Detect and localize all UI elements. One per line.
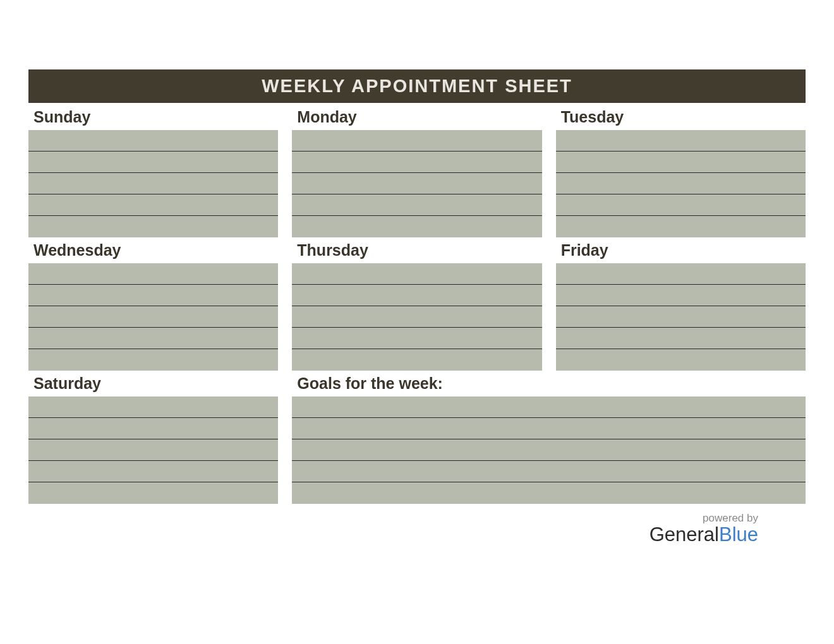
goals-label: Goals for the week: <box>292 371 806 397</box>
appointment-line[interactable] <box>28 349 278 371</box>
brand-part1: General <box>650 523 719 546</box>
appointment-line[interactable] <box>292 349 541 371</box>
appointment-line[interactable] <box>28 482 278 504</box>
appointment-line[interactable] <box>292 194 541 216</box>
appointment-line[interactable] <box>28 194 278 216</box>
lines-saturday <box>28 397 278 504</box>
brand-part2: Blue <box>719 523 758 546</box>
appointment-line[interactable] <box>28 263 278 285</box>
goal-line[interactable] <box>292 397 806 418</box>
appointment-line[interactable] <box>556 263 806 285</box>
goal-line[interactable] <box>292 418 806 439</box>
day-label-monday: Monday <box>292 104 541 130</box>
appointment-line[interactable] <box>28 216 278 237</box>
day-monday: Monday <box>292 104 541 237</box>
lines-monday <box>292 130 541 237</box>
lines-thursday <box>292 263 541 371</box>
sheet-title: WEEKLY APPOINTMENT SHEET <box>28 69 806 103</box>
lines-friday <box>556 263 806 371</box>
appointment-line[interactable] <box>556 328 806 349</box>
goals-block: Goals for the week: <box>292 371 806 504</box>
day-label-saturday: Saturday <box>28 371 278 397</box>
appointment-line[interactable] <box>28 461 278 482</box>
day-tuesday: Tuesday <box>556 104 806 237</box>
appointment-line[interactable] <box>556 194 806 216</box>
appointment-line[interactable] <box>28 328 278 349</box>
appointment-line[interactable] <box>292 130 541 152</box>
appointment-line[interactable] <box>28 306 278 328</box>
day-sunday: Sunday <box>28 104 278 237</box>
day-label-sunday: Sunday <box>28 104 278 130</box>
week-grid: Sunday Monday Tuesday <box>28 104 806 504</box>
goal-line[interactable] <box>292 439 806 461</box>
appointment-line[interactable] <box>556 152 806 173</box>
appointment-line[interactable] <box>292 216 541 237</box>
lines-wednesday <box>28 263 278 371</box>
appointment-line[interactable] <box>556 130 806 152</box>
day-label-friday: Friday <box>556 237 806 263</box>
day-friday: Friday <box>556 237 806 371</box>
appointment-sheet: WEEKLY APPOINTMENT SHEET Sunday Monday <box>28 69 806 504</box>
powered-by-text: powered by <box>650 512 758 525</box>
appointment-line[interactable] <box>292 328 541 349</box>
appointment-line[interactable] <box>556 349 806 371</box>
appointment-line[interactable] <box>28 418 278 439</box>
appointment-line[interactable] <box>292 152 541 173</box>
appointment-line[interactable] <box>292 306 541 328</box>
appointment-line[interactable] <box>292 285 541 306</box>
appointment-line[interactable] <box>28 152 278 173</box>
day-wednesday: Wednesday <box>28 237 278 371</box>
appointment-line[interactable] <box>556 173 806 194</box>
appointment-line[interactable] <box>28 397 278 418</box>
appointment-line[interactable] <box>292 263 541 285</box>
goal-line[interactable] <box>292 461 806 482</box>
appointment-line[interactable] <box>556 216 806 237</box>
day-saturday: Saturday <box>28 371 278 504</box>
day-label-thursday: Thursday <box>292 237 541 263</box>
appointment-line[interactable] <box>28 439 278 461</box>
lines-goals <box>292 397 806 504</box>
day-thursday: Thursday <box>292 237 541 371</box>
appointment-line[interactable] <box>28 173 278 194</box>
appointment-line[interactable] <box>556 285 806 306</box>
appointment-line[interactable] <box>28 285 278 306</box>
day-label-wednesday: Wednesday <box>28 237 278 263</box>
footer: powered by GeneralBlue <box>650 512 758 546</box>
appointment-line[interactable] <box>292 173 541 194</box>
brand-logo: GeneralBlue <box>650 523 758 546</box>
day-label-tuesday: Tuesday <box>556 104 806 130</box>
appointment-line[interactable] <box>28 130 278 152</box>
goal-line[interactable] <box>292 482 806 504</box>
lines-tuesday <box>556 130 806 237</box>
appointment-line[interactable] <box>556 306 806 328</box>
lines-sunday <box>28 130 278 237</box>
